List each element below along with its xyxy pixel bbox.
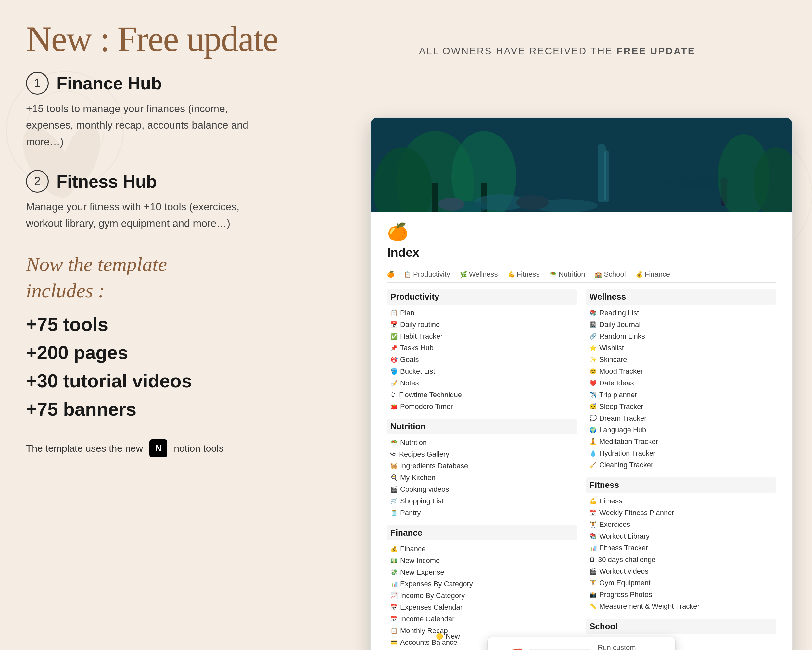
notion-columns: Productivity 📋Plan 📅Daily routine ✅Habit… bbox=[387, 289, 775, 650]
left-column: Productivity 📋Plan 📅Daily routine ✅Habit… bbox=[387, 289, 577, 650]
nav-item-wellness[interactable]: 🌿 Wellness bbox=[460, 270, 498, 278]
nav-item-productivity[interactable]: 📋 Productivity bbox=[404, 270, 450, 278]
list-item[interactable]: 🔗Random Links bbox=[586, 330, 775, 342]
section-finance-header: Finance bbox=[387, 525, 577, 540]
list-item[interactable]: ✈️Trip planner bbox=[586, 389, 775, 401]
list-item[interactable]: 🍳My Kitchen bbox=[387, 472, 577, 483]
list-item[interactable]: ⏱Flowtime Technique bbox=[387, 389, 577, 401]
new-button-row: 🟡 New bbox=[436, 632, 460, 641]
list-item[interactable]: 🏋️Exercices bbox=[586, 519, 775, 531]
feature-2: 2 Fitness Hub Manage your fitness with +… bbox=[26, 170, 256, 232]
list-item[interactable]: 📓Daily Journal bbox=[586, 319, 775, 330]
feature-1-desc: +15 tools to manage your finances (incom… bbox=[26, 101, 256, 150]
list-item[interactable]: 📅Weekly Fitness Planner bbox=[586, 507, 775, 519]
section-productivity: Productivity 📋Plan 📅Daily routine ✅Habit… bbox=[387, 289, 577, 413]
section-wellness-header: Wellness bbox=[586, 289, 775, 304]
list-item[interactable]: ❤️Date Ideas bbox=[586, 377, 775, 389]
section-nutrition-header: Nutrition bbox=[387, 419, 577, 434]
list-item[interactable]: ✅Habit Tracker bbox=[387, 330, 577, 342]
list-item[interactable]: 📌Tasks Hub bbox=[387, 342, 577, 354]
left-panel: 1 Finance Hub +15 tools to manage your f… bbox=[0, 72, 282, 624]
new-badge: NEW bbox=[497, 648, 524, 650]
list-item[interactable]: 📋Monthly Recap bbox=[387, 625, 577, 637]
section-nutrition: Nutrition 🥗Nutrition 🍽Recipes Gallery 🧺I… bbox=[387, 419, 577, 519]
main-title: New : Free update bbox=[26, 20, 393, 59]
list-item[interactable]: 📏Measurement & Weight Tracker bbox=[586, 601, 775, 612]
list-item[interactable]: 🍅Pomodoro Timer bbox=[387, 401, 577, 413]
notion-mockup[interactable]: 🍊 Index 🍊 📋 Productivity 🌿 Wellness bbox=[370, 117, 792, 650]
list-item[interactable]: 📅Expenses Calendar bbox=[387, 601, 577, 613]
list-item[interactable]: 📊Expenses By Category bbox=[387, 578, 577, 590]
notion-nav: 🍊 📋 Productivity 🌿 Wellness 💪 Fitness bbox=[387, 266, 775, 283]
list-item[interactable]: 📊Fitness Tracker bbox=[586, 542, 775, 554]
list-item[interactable]: 🗓30 days challenge bbox=[586, 554, 775, 566]
stat-videos: +30 tutorial videos bbox=[26, 370, 256, 392]
list-item[interactable]: 📅Daily routine bbox=[387, 319, 577, 330]
section-fitness: Fitness 💪Fitness 📅Weekly Fitness Planner… bbox=[586, 477, 775, 612]
header-subtitle: ALL OWNERS HAVE RECEIVED THE FREE UPDATE bbox=[419, 36, 786, 57]
list-item[interactable]: 😴Sleep Tracker bbox=[586, 401, 775, 413]
stat-tools: +75 tools bbox=[26, 313, 256, 335]
stat-banners: +75 banners bbox=[26, 398, 256, 420]
section-finance: Finance 💰Finance 💵New Income 💸New Expens… bbox=[387, 525, 577, 648]
list-item[interactable]: 🫙Pantry bbox=[387, 507, 577, 519]
notion-page-title: Index bbox=[387, 246, 775, 260]
list-item[interactable]: 🥗Nutrition bbox=[387, 437, 577, 448]
list-item[interactable]: ⭐Wishlist bbox=[586, 342, 775, 354]
list-item[interactable]: 🧺Ingredients Database bbox=[387, 460, 577, 472]
list-item[interactable]: 🏋️Gym Equipment bbox=[586, 577, 775, 589]
feature-2-header: 2 Fitness Hub bbox=[26, 170, 256, 193]
list-item[interactable]: 📅Income Calendar bbox=[387, 613, 577, 625]
includes-title: Now the templateincludes : bbox=[26, 251, 256, 304]
nav-item-nutrition[interactable]: 🥗 Nutrition bbox=[549, 270, 585, 278]
section-school-header: School bbox=[586, 619, 775, 634]
header-title-section: New : Free update bbox=[26, 20, 393, 59]
feature-2-desc: Manage your fitness with +10 tools (exer… bbox=[26, 199, 256, 232]
list-item[interactable]: 🎬Workout videos bbox=[586, 566, 775, 577]
list-item[interactable]: 🪣Bucket List bbox=[387, 366, 577, 377]
list-item[interactable]: ✨Skincare bbox=[586, 354, 775, 366]
notion-popup: NEW 🟡 Button NEW Run custom automations … bbox=[487, 637, 676, 650]
nav-item-home[interactable]: 🍊 bbox=[387, 271, 394, 278]
bottom-note: The template uses the new N notion tools bbox=[26, 439, 256, 457]
includes-section: Now the templateincludes : +75 tools +20… bbox=[26, 251, 256, 420]
new-button-label: New bbox=[446, 632, 460, 641]
list-item[interactable]: 💵New Income bbox=[387, 555, 577, 566]
list-item[interactable]: 💸New Expense bbox=[387, 566, 577, 578]
list-item[interactable]: 🧘Meditation Tracker bbox=[586, 436, 775, 448]
list-item[interactable]: 🎯Goals bbox=[387, 354, 577, 366]
section-productivity-header: Productivity bbox=[387, 289, 577, 304]
list-item[interactable]: 📈Income By Category bbox=[387, 590, 577, 601]
nav-item-school[interactable]: 🏫 School bbox=[595, 270, 626, 278]
list-item[interactable]: 📚Reading List bbox=[586, 307, 775, 319]
feature-1-title: Finance Hub bbox=[56, 73, 162, 93]
popup-description: Run custom automations with a click. bbox=[598, 644, 665, 650]
stat-pages: +200 pages bbox=[26, 341, 256, 363]
header-subtitle-area: ALL OWNERS HAVE RECEIVED THE FREE UPDATE bbox=[419, 20, 786, 57]
list-item[interactable]: 💧Hydration Tracker bbox=[586, 448, 775, 459]
section-wellness: Wellness 📚Reading List 📓Daily Journal 🔗R… bbox=[586, 289, 775, 471]
feature-2-number: 2 bbox=[26, 170, 49, 193]
main-layout: 1 Finance Hub +15 tools to manage your f… bbox=[0, 72, 812, 624]
svg-rect-11 bbox=[432, 183, 438, 212]
right-column: Wellness 📚Reading List 📓Daily Journal 🔗R… bbox=[586, 289, 775, 650]
list-item[interactable]: 📋Plan bbox=[387, 307, 577, 319]
section-fitness-header: Fitness bbox=[586, 477, 775, 493]
list-item[interactable]: 🌍Language Hub bbox=[586, 424, 775, 436]
list-item[interactable]: 🍽Recipes Gallery bbox=[387, 448, 577, 460]
list-item[interactable]: 😊Mood Tracker bbox=[586, 366, 775, 377]
list-item[interactable]: 🧹Cleaning Tracker bbox=[586, 459, 775, 471]
notion-page-content: 🍊 Index 🍊 📋 Productivity 🌿 Wellness bbox=[371, 212, 792, 650]
list-item[interactable]: 🎬Cooking videos bbox=[387, 483, 577, 495]
nav-item-finance[interactable]: 💰 Finance bbox=[636, 270, 670, 278]
list-item[interactable]: 💪Fitness bbox=[586, 495, 775, 507]
list-item[interactable]: 💰Finance bbox=[387, 543, 577, 555]
svg-point-17 bbox=[516, 195, 549, 210]
list-item[interactable]: 💭Dream Tracker bbox=[586, 413, 775, 424]
feature-1-number: 1 bbox=[26, 72, 49, 95]
list-item[interactable]: 🛒Shopping List bbox=[387, 495, 577, 507]
list-item[interactable]: 📸Progress Photos bbox=[586, 589, 775, 601]
list-item[interactable]: 📚Workout Library bbox=[586, 531, 775, 542]
nav-item-fitness[interactable]: 💪 Fitness bbox=[508, 270, 540, 278]
list-item[interactable]: 📝Notes bbox=[387, 377, 577, 389]
